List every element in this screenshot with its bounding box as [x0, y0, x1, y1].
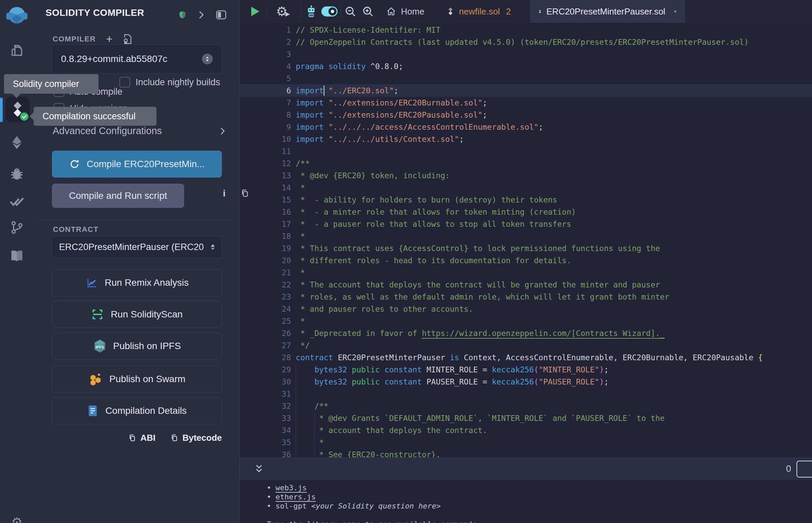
code-line[interactable]: 4pragma solidity ^0.8.0;	[240, 60, 812, 72]
add-compiler-icon[interactable]: +	[106, 32, 113, 46]
terminal-link[interactable]: ethers.js	[276, 493, 316, 501]
code-line[interactable]: 30 bytes32 public constant PAUSER_ROLE =…	[240, 376, 812, 388]
line-number[interactable]: 4	[240, 60, 296, 72]
line-number[interactable]: 28	[240, 351, 296, 364]
line-number[interactable]: 31	[240, 388, 296, 400]
contract-select[interactable]: ERC20PresetMinterPauser (ERC20	[52, 236, 222, 258]
terminal-link[interactable]: web3.js	[276, 484, 307, 492]
code-line[interactable]: 10import "../../../utils/Context.sol";	[240, 133, 812, 145]
code-line[interactable]: 25 *	[240, 315, 812, 327]
code-line[interactable]: 14 *	[240, 182, 812, 194]
line-number[interactable]: 8	[240, 109, 296, 121]
compilation-details-button[interactable]: Compilation Details	[52, 397, 222, 424]
code-line[interactable]: 32 /**	[240, 400, 812, 412]
line-number[interactable]: 10	[240, 133, 296, 145]
code-line[interactable]: 15 * - ability for holders to burn (dest…	[240, 194, 812, 206]
copy-bytecode-button[interactable]: Bytecode	[170, 433, 222, 443]
line-number[interactable]: 12	[240, 157, 296, 169]
line-number[interactable]: 21	[240, 267, 296, 279]
line-number[interactable]: 18	[240, 230, 296, 242]
advanced-configurations-toggle[interactable]: Advanced Configurations	[53, 125, 226, 137]
line-number[interactable]: 19	[240, 242, 296, 254]
code-line[interactable]: 16 * - a minter role that allows for tok…	[240, 206, 812, 218]
line-number[interactable]: 32	[240, 400, 296, 412]
settings-icon[interactable]: ⚙	[0, 516, 34, 523]
sidebar-item-docs[interactable]	[0, 248, 34, 264]
terminal-search-input[interactable]	[796, 461, 812, 477]
line-number[interactable]: 26	[240, 327, 296, 339]
code-line[interactable]: 20 * different roles - head to its docum…	[240, 254, 812, 267]
code-line[interactable]: 36 * See {ERC20-constructor}.	[240, 449, 812, 458]
run-solidityscan-button[interactable]: Run SolidityScan	[52, 301, 222, 328]
code-line[interactable]: 19 * This contract uses {AccessControl} …	[240, 242, 812, 254]
compile-and-run-button[interactable]: Compile and Run script	[52, 184, 184, 208]
compile-button[interactable]: Compile ERC20PresetMin...	[52, 151, 222, 178]
code-line[interactable]: 13 * @dev {ERC20} token, including:	[240, 169, 812, 182]
code-line[interactable]: 34 * account that deploys the contract.	[240, 424, 812, 436]
code-line[interactable]: 24 * and pauser roles to other accounts.	[240, 303, 812, 315]
line-number[interactable]: 2	[240, 36, 296, 48]
code-line[interactable]: 26 * _Deprecated in favor of https://wiz…	[240, 327, 812, 339]
code-line[interactable]: 9import "../../../access/AccessControlEn…	[240, 121, 812, 133]
line-number[interactable]: 22	[240, 279, 296, 291]
code-line[interactable]: 23 * roles, as well as the default admin…	[240, 291, 812, 303]
compiler-version-select[interactable]: 0.8.29+commit.ab55807c	[52, 44, 222, 73]
line-number[interactable]: 13	[240, 169, 296, 182]
file-explorer-icon[interactable]	[0, 43, 34, 59]
promote-file-icon[interactable]	[123, 33, 133, 45]
expand-terminal-icon[interactable]	[254, 463, 264, 475]
include-nightly-label[interactable]: Include nightly builds	[136, 77, 220, 88]
line-number[interactable]: 17	[240, 218, 296, 230]
ai-toggle[interactable]	[321, 0, 338, 23]
line-number[interactable]: 36	[240, 449, 296, 458]
line-number[interactable]: 27	[240, 339, 296, 351]
line-number[interactable]: 33	[240, 412, 296, 424]
code-line[interactable]: 12/**	[240, 157, 812, 169]
code-line[interactable]: 6import "../ERC20.sol";	[240, 85, 812, 97]
run-script-button[interactable]	[248, 0, 262, 23]
line-number[interactable]: 35	[240, 436, 296, 449]
line-number[interactable]: 34	[240, 424, 296, 436]
sidebar-item-git[interactable]	[0, 220, 34, 235]
publish-swarm-button[interactable]: Publish on Swarm	[52, 366, 222, 393]
code-line[interactable]: 18 *	[240, 230, 812, 242]
code-line[interactable]: 8import "../extensions/ERC20Pausable.sol…	[240, 109, 812, 121]
tab-erc20presetminterpauser[interactable]: ERC20PresetMinterPauser.sol	[530, 0, 685, 23]
code-line[interactable]: 27 */	[240, 339, 812, 351]
line-number[interactable]: 11	[240, 145, 296, 157]
chevron-right-icon[interactable]	[198, 10, 205, 20]
tab-home[interactable]: Home	[379, 0, 431, 23]
line-number[interactable]: 5	[240, 72, 296, 85]
compile-settings-button[interactable]: ⚙ ▶	[273, 0, 293, 23]
line-number[interactable]: 25	[240, 315, 296, 327]
sidebar-item-debugger[interactable]	[0, 166, 34, 181]
zoom-out-icon[interactable]	[343, 0, 358, 23]
sidebar-item-deploy-run[interactable]	[0, 135, 34, 150]
code-line[interactable]: 3	[240, 48, 812, 60]
run-remix-analysis-button[interactable]: Run Remix Analysis	[52, 269, 222, 296]
close-icon[interactable]	[673, 7, 677, 16]
zoom-in-icon[interactable]	[360, 0, 375, 23]
line-number[interactable]: 9	[240, 121, 296, 133]
code-line[interactable]: 33 * @dev Grants `DEFAULT_ADMIN_ROLE`, `…	[240, 412, 812, 424]
copy-abi-button[interactable]: ABI	[128, 433, 156, 443]
line-number[interactable]: 20	[240, 254, 296, 267]
line-number[interactable]: 3	[240, 48, 296, 60]
info-icon[interactable]: i	[223, 188, 226, 199]
line-number[interactable]: 30	[240, 376, 296, 388]
copy-icon[interactable]	[241, 188, 249, 198]
line-number[interactable]: 7	[240, 97, 296, 109]
line-number[interactable]: 23	[240, 291, 296, 303]
code-line[interactable]: 11	[240, 145, 812, 157]
code-line[interactable]: 17 * - a pauser role that allows to stop…	[240, 218, 812, 230]
line-number[interactable]: 6	[240, 85, 296, 97]
ai-copilot-button[interactable]	[304, 0, 319, 23]
code-line[interactable]: 2// OpenZeppelin Contracts (last updated…	[240, 36, 812, 48]
code-line[interactable]: 35 *	[240, 436, 812, 449]
code-line[interactable]: 7import "../extensions/ERC20Burnable.sol…	[240, 97, 812, 109]
line-number[interactable]: 24	[240, 303, 296, 315]
sidebar-item-unit-testing[interactable]	[0, 194, 34, 210]
publish-ipfs-button[interactable]: IPFS Publish on IPFS	[52, 332, 222, 360]
code-line[interactable]: 31	[240, 388, 812, 400]
code-line[interactable]: 5	[240, 72, 812, 85]
